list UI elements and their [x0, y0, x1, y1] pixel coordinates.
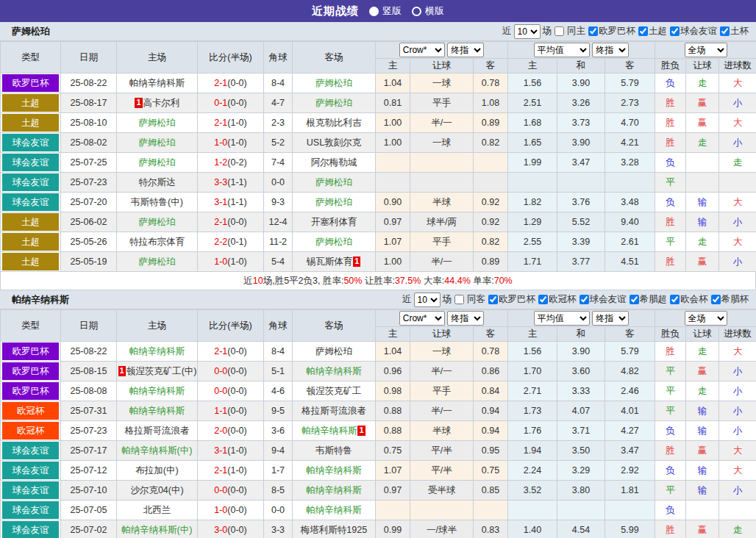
league-checkbox[interactable] — [720, 26, 730, 36]
date-cell: 25-07-10 — [61, 481, 117, 501]
league-filter[interactable]: 希腊杯 — [710, 293, 749, 306]
summary-text: 单率: — [471, 276, 494, 286]
company-odds-cell: 半/一 — [410, 401, 474, 421]
league-filter[interactable]: 希腊超 — [629, 293, 668, 306]
radio-selected-icon[interactable] — [369, 7, 379, 16]
away-team-cell: 萨姆松珀 — [293, 342, 376, 362]
score-cell: 0-1(0-0) — [198, 93, 264, 113]
final-score: 3-1 — [214, 197, 227, 207]
team-name-text: 萨姆松珀 — [315, 177, 352, 187]
league-type-cell: 土超 — [1, 252, 61, 272]
league-filter[interactable]: 欧会杯 — [669, 293, 708, 306]
date-cell: 25-08-15 — [61, 362, 117, 381]
radio-unselected-icon[interactable] — [412, 7, 421, 16]
league-checkbox[interactable] — [670, 295, 680, 304]
result-winloss-cell: 胜 — [655, 113, 686, 133]
league-filter[interactable]: 欧冠杯 — [538, 293, 577, 306]
sub-header-avg-draw: 和 — [557, 327, 605, 342]
view-option-horizontal[interactable]: 横版 — [412, 4, 444, 18]
company-odds-cell: 0.78 — [474, 73, 508, 93]
company-odds-cell — [376, 501, 410, 520]
league-filter[interactable]: 欧罗巴杯 — [488, 293, 535, 306]
team-name-text: 萨姆松珀 — [139, 257, 176, 267]
match-count-select[interactable]: 10 — [514, 24, 541, 39]
final-score: 1-1 — [214, 406, 227, 416]
average-odds-cell: 5.79 — [605, 342, 655, 362]
sub-header-result: 胜负 — [655, 59, 686, 73]
home-team-cell: 1高卡尔利 — [117, 93, 198, 113]
result-handicap-cell: 赢 — [686, 441, 719, 461]
average-odds-cell: 3.48 — [605, 193, 655, 212]
league-checkbox[interactable] — [711, 295, 721, 304]
away-team-cell: 帕纳辛纳科斯 — [293, 481, 376, 501]
league-checkbox[interactable] — [630, 295, 639, 304]
date-cell: 25-06-02 — [61, 212, 117, 232]
corner-cell: 3-3 — [264, 520, 293, 538]
sub-header-avg-home: 主 — [508, 327, 557, 342]
scope-select[interactable]: 全场 — [685, 311, 727, 326]
league-checkbox[interactable] — [638, 26, 648, 36]
scope-select[interactable]: 全场 — [685, 43, 727, 57]
company-odds-cell: 0.98 — [376, 381, 410, 401]
average-odds-cell: 5.52 — [557, 212, 605, 232]
league-checkbox[interactable] — [670, 26, 680, 36]
league-checkbox[interactable] — [538, 295, 548, 304]
corner-cell: 9-3 — [264, 193, 293, 212]
result-handicap-cell: 输 — [686, 212, 719, 232]
result-handicap-cell: 赢 — [686, 93, 719, 113]
league-checkbox[interactable] — [488, 295, 498, 304]
odds-company-select[interactable]: Crow* — [399, 43, 445, 57]
average-final-select[interactable]: 终指 — [592, 43, 629, 57]
near-label: 近 — [402, 293, 412, 306]
league-filter[interactable]: 土超 — [638, 25, 667, 37]
away-team-cell: 格拉斯哥流浪者 — [293, 401, 376, 421]
league-badge: 欧罗巴杯 — [2, 382, 59, 400]
team-name-text: 萨姆松珀 — [139, 217, 176, 227]
view-option-vertical[interactable]: 竖版 — [369, 4, 402, 18]
result-goals-cell: 小 — [719, 212, 756, 232]
league-badge: 欧罗巴杯 — [2, 74, 59, 92]
odds-final-select[interactable]: 终指 — [447, 311, 484, 326]
average-final-select[interactable]: 终指 — [592, 311, 629, 326]
col-header-corner: 角球 — [264, 310, 293, 342]
league-badge: 球会友谊 — [2, 193, 59, 211]
home-team-cell: 特尔斯达 — [117, 173, 198, 193]
league-filter[interactable]: 土杯 — [719, 25, 749, 37]
league-filter[interactable]: 球会友谊 — [669, 25, 717, 37]
matches-body: 欧罗巴杯25-08-22帕纳辛纳科斯2-1(0-0)8-4萨姆松珀1.04一球0… — [1, 342, 756, 538]
odds-final-select[interactable]: 终指 — [447, 43, 484, 57]
match-row: 球会友谊25-07-20韦斯特鲁(中)3-1(1-1)9-3萨姆松珀0.90半球… — [1, 193, 756, 212]
match-row: 欧罗巴杯25-08-151顿涅茨克矿工(中)0-0(0-0)5-1帕纳辛纳科斯0… — [1, 362, 756, 381]
final-score: 2-2 — [214, 237, 227, 247]
odds-company-select[interactable]: Crow* — [399, 311, 445, 326]
match-row: 球会友谊25-07-17帕纳辛纳科斯(中)3-1(1-0)9-4韦斯特鲁0.75… — [1, 441, 756, 461]
match-row: 球会友谊25-07-02帕纳辛纳科斯(中)3-0(0-0)3-3梅塔利斯特192… — [1, 520, 756, 538]
away-team-cell: 开塞利体育 — [293, 212, 376, 232]
league-checkbox[interactable] — [580, 295, 589, 304]
average-select[interactable]: 平均值 — [534, 43, 590, 57]
company-odds-cell: 一球 — [410, 342, 474, 362]
average-odds-cell — [557, 501, 605, 520]
company-odds-cell: 0.94 — [474, 421, 508, 441]
average-odds-cell: 3.47 — [557, 153, 605, 173]
corner-cell: 0-0 — [264, 501, 293, 520]
company-odds-cell — [376, 153, 410, 173]
same-venue-checkbox[interactable] — [454, 295, 464, 304]
average-select[interactable]: 平均值 — [534, 311, 590, 326]
score-cell: 2-0(0-0) — [198, 421, 264, 441]
match-count-select[interactable]: 10 — [414, 293, 441, 307]
league-filter[interactable]: 欧罗巴杯 — [588, 25, 635, 37]
corner-cell: 7-4 — [264, 153, 293, 173]
half-score: (0-2) — [227, 157, 246, 168]
same-venue-checkbox[interactable] — [554, 26, 564, 36]
team-name-text: 布拉加(中) — [135, 465, 178, 476]
team-name-text: 萨姆松珀 — [315, 237, 352, 247]
company-odds-cell — [376, 173, 410, 193]
topbar: 近期战绩 竖版 横版 — [0, 0, 756, 22]
league-filter[interactable]: 球会友谊 — [579, 293, 627, 306]
average-odds-cell: 1.73 — [508, 401, 557, 421]
away-team-cell: USL敦刻尔克 — [293, 133, 376, 153]
result-winloss-cell: 胜 — [655, 133, 686, 153]
away-team-cell: 帕纳辛纳科斯 — [293, 362, 376, 381]
league-checkbox[interactable] — [588, 26, 598, 36]
